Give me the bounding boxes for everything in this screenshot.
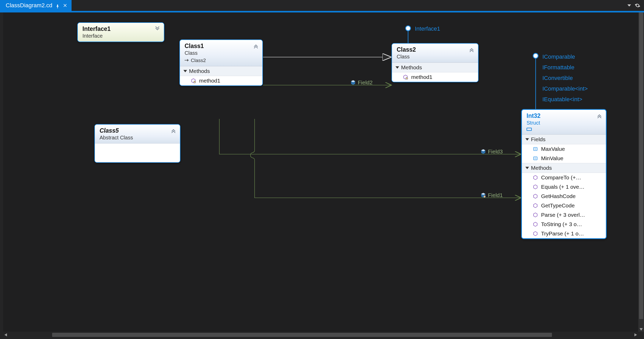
- tab-title: ClassDiagram2.cd: [6, 2, 52, 9]
- dropdown-icon[interactable]: [627, 4, 631, 6]
- tab-underline: [0, 11, 644, 12]
- section-header-methods[interactable]: Methods: [180, 66, 262, 76]
- caret-icon: [396, 66, 399, 69]
- scroll-down-icon[interactable]: [638, 327, 644, 332]
- vertical-scrollbar[interactable]: [638, 12, 644, 332]
- association-label: Field1: [481, 192, 503, 198]
- caret-icon: [526, 138, 529, 141]
- method-icon: [533, 203, 538, 208]
- interface-label: Interface1: [415, 25, 440, 32]
- collapse-icon[interactable]: [253, 43, 259, 49]
- method-icon: [533, 194, 538, 199]
- node-class5[interactable]: Class5 Abstract Class: [94, 124, 180, 163]
- member-method[interactable]: TryParse (+ 1 o…: [522, 229, 606, 238]
- node-stereotype: Class: [185, 50, 258, 56]
- field-icon: [481, 149, 486, 154]
- method-icon: [191, 78, 196, 83]
- node-stereotype: Class: [397, 54, 474, 60]
- horizontal-scrollbar[interactable]: [3, 332, 638, 338]
- member-method[interactable]: Equals (+ 1 ove…: [522, 182, 606, 192]
- close-icon[interactable]: [63, 3, 67, 8]
- section-header-methods[interactable]: Methods: [522, 163, 606, 173]
- svg-rect-9: [406, 78, 407, 79]
- member-method[interactable]: Parse (+ 3 overl…: [522, 210, 606, 220]
- field-icon: [481, 193, 486, 198]
- node-int32[interactable]: Int32 Struct Fields MaxValue MinValue: [521, 109, 607, 239]
- member-field[interactable]: MinValue: [522, 154, 606, 163]
- lollipop-icon: [405, 25, 411, 31]
- scroll-right-icon[interactable]: [633, 332, 638, 337]
- collapse-icon[interactable]: [171, 128, 176, 133]
- scroll-left-icon[interactable]: [3, 332, 8, 337]
- method-icon: [533, 222, 538, 227]
- node-derived: Class2: [185, 58, 258, 63]
- node-title: Class1: [185, 43, 258, 50]
- member-method[interactable]: CompareTo (+…: [522, 173, 606, 182]
- svg-rect-5: [484, 196, 485, 197]
- lollipop-icon: [533, 53, 538, 59]
- section-header-fields[interactable]: Fields: [522, 134, 606, 144]
- constant-icon: [533, 146, 538, 152]
- caret-icon: [184, 70, 187, 72]
- interface-label: IEquatable<int>: [542, 96, 582, 103]
- member-method[interactable]: method1: [180, 76, 262, 85]
- member-method[interactable]: ToString (+ 3 o…: [522, 220, 606, 229]
- node-interface1[interactable]: Interface1 Interface: [77, 22, 164, 42]
- field-icon: [351, 80, 356, 85]
- diagram-canvas[interactable]: Interface1 IComparable IFormattable ICon…: [3, 12, 639, 332]
- tab-bar: ClassDiagram2.cd: [0, 0, 644, 11]
- document-tab[interactable]: ClassDiagram2.cd: [0, 0, 72, 11]
- method-icon: [533, 175, 538, 180]
- caret-icon: [526, 167, 529, 169]
- expand-icon[interactable]: [155, 26, 160, 32]
- node-title: Class5: [100, 127, 176, 134]
- node-title: Int32: [527, 112, 602, 119]
- method-icon: [533, 212, 538, 218]
- association-label: Field2: [351, 79, 373, 86]
- collapse-icon[interactable]: [469, 47, 474, 52]
- svg-rect-10: [534, 147, 537, 151]
- interface-label: IComparable<int>: [542, 85, 588, 92]
- member-method[interactable]: GetTypeCode: [522, 201, 606, 210]
- scrollbar-thumb[interactable]: [639, 12, 643, 319]
- node-title: Interface1: [82, 25, 160, 32]
- node-stereotype: Interface: [82, 33, 160, 39]
- node-title: Class2: [397, 46, 474, 53]
- gear-icon[interactable]: [635, 3, 640, 8]
- method-icon: [403, 74, 408, 80]
- tabbar-right-controls: [627, 0, 644, 11]
- interface-label: IComparable: [542, 53, 575, 60]
- method-icon: [533, 231, 538, 236]
- svg-rect-11: [534, 157, 537, 160]
- association-label: Field3: [481, 148, 503, 155]
- arrow-icon: [185, 58, 189, 63]
- section-header-methods[interactable]: Methods: [392, 63, 478, 72]
- node-stereotype: Struct: [527, 120, 602, 126]
- node-class2[interactable]: Class2 Class Methods method1: [391, 43, 479, 82]
- member-method[interactable]: GetHashCode: [522, 192, 606, 201]
- interface-label: IConvertible: [542, 75, 573, 82]
- node-stereotype: Abstract Class: [100, 135, 176, 141]
- pin-icon[interactable]: [55, 3, 60, 8]
- struct-icon: [527, 128, 532, 131]
- member-method[interactable]: method1: [392, 72, 478, 82]
- collapse-icon[interactable]: [597, 113, 602, 119]
- member-field[interactable]: MaxValue: [522, 144, 606, 154]
- method-icon: [533, 184, 538, 189]
- interface-label: IFormattable: [542, 64, 575, 71]
- scrollbar-thumb[interactable]: [52, 333, 552, 337]
- constant-icon: [533, 156, 538, 161]
- svg-rect-7: [194, 82, 195, 82]
- node-class1[interactable]: Class1 Class Class2 Methods method1: [179, 39, 263, 86]
